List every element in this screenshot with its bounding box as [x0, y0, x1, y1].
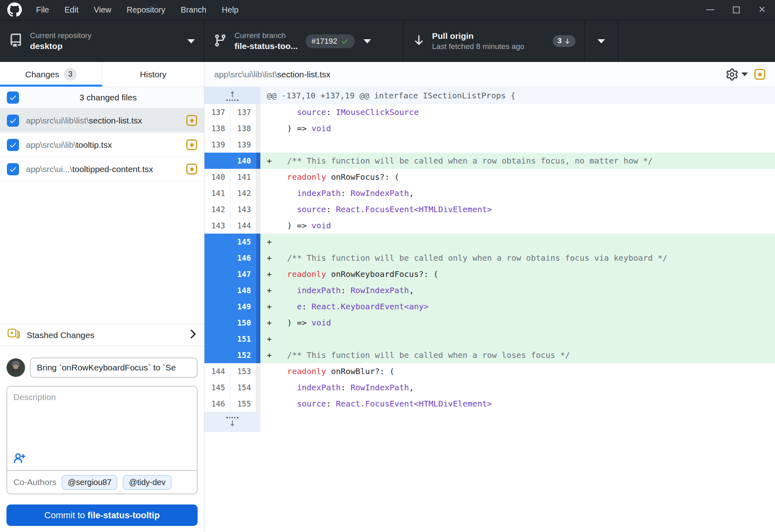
- diff-row-added[interactable]: 147+ readonly onRowKeyboardFocus?: (: [204, 266, 775, 282]
- maximize-button[interactable]: [723, 0, 749, 19]
- file-status-modified-icon: [186, 139, 197, 150]
- diff-row-context[interactable]: 144153 readonly onRowBlur?: (: [204, 363, 775, 379]
- line-number-new: 153: [230, 363, 256, 379]
- line-number-old: 141: [204, 185, 230, 201]
- diff-line-code: source: React.FocusEvent<HTMLDivElement>: [277, 399, 492, 409]
- diff-row-context[interactable]: 140141 readonly onRowFocus?: (: [204, 169, 775, 185]
- diff-row-context[interactable]: 143144 ) => void: [204, 217, 775, 234]
- diff-row-context[interactable]: 138138 ) => void: [204, 120, 775, 136]
- diff-row-added[interactable]: 152+ /** This function will be called wh…: [204, 347, 775, 363]
- file-row[interactable]: app\src\ui...\tooltipped-content.tsx: [0, 157, 204, 181]
- behind-count-badge: 3: [553, 35, 575, 47]
- line-number-new: 145: [230, 234, 256, 250]
- tab-history[interactable]: History: [102, 62, 204, 87]
- gutter-divider: [256, 250, 260, 266]
- diff-row-context[interactable]: 137137 source: IMouseClickSource: [204, 104, 775, 120]
- current-repository-label: Current repository: [30, 31, 92, 40]
- file-path: app\src\ui...\tooltipped-content.tsx: [26, 164, 179, 174]
- menu-item-view[interactable]: View: [86, 0, 119, 19]
- commit-button[interactable]: Commit to file-status-tooltip: [6, 504, 198, 526]
- diff-row-context[interactable]: 141142 indexPath: RowIndexPath,: [204, 185, 775, 201]
- coauthor-chip[interactable]: @sergiou87: [62, 475, 117, 490]
- dotted-line: [226, 100, 238, 101]
- diff-row-added[interactable]: 149+ e: React.KeyboardEvent<any>: [204, 298, 775, 315]
- diff-row-added[interactable]: 151+: [204, 331, 775, 347]
- diff-row-added[interactable]: 145+: [204, 234, 775, 250]
- file-checkbox[interactable]: [7, 139, 19, 151]
- repo-icon: [9, 34, 23, 49]
- gutter-divider: [256, 282, 260, 298]
- menu-item-help[interactable]: Help: [214, 0, 246, 19]
- toolbar: Current repository desktop Current branc…: [0, 20, 775, 62]
- file-name: section-list.tsx: [89, 116, 142, 125]
- diff-row-context[interactable]: 139139: [204, 136, 775, 153]
- line-number-new: 154: [230, 379, 256, 396]
- diff-line-marker: +: [260, 269, 277, 279]
- diff-row-added[interactable]: 150+ ) => void: [204, 315, 775, 331]
- diff-content: ↑@@ -137,10 +137,19 @@ interface ISectio…: [204, 87, 775, 532]
- current-branch-value: file-status-too...: [234, 41, 298, 51]
- diff-line-code: ) => void: [277, 221, 331, 230]
- pull-origin-title: Pull origin: [432, 31, 524, 41]
- gutter-divider: [256, 379, 260, 396]
- pull-options-dropdown[interactable]: [585, 20, 618, 62]
- gutter-divider: [256, 331, 260, 347]
- pr-number: #17192: [311, 37, 337, 46]
- diff-line-code: source: IMouseClickSource: [277, 107, 419, 117]
- file-checkbox[interactable]: [7, 163, 19, 175]
- menu-item-branch[interactable]: Branch: [173, 0, 214, 19]
- arrow-down-icon: [564, 38, 571, 45]
- diff-line-code: /** This function will be called only wh…: [277, 253, 667, 263]
- diff-row-added[interactable]: 146+ /** This function will be called on…: [204, 250, 775, 266]
- diff-line-content: [260, 136, 775, 153]
- diff-line-code: indexPath: RowIndexPath,: [277, 383, 414, 392]
- coauthor-chip[interactable]: @tidy-dev: [123, 475, 171, 490]
- diff-line-content: source: React.FocusEvent<HTMLDivElement>: [260, 396, 775, 412]
- diff-row-added[interactable]: 140+ /** This function will be called wh…: [204, 153, 775, 169]
- expand-hunk-up-button[interactable]: ↑: [204, 87, 260, 104]
- hunk-header-row: ↑@@ -137,10 +137,19 @@ interface ISectio…: [204, 87, 775, 104]
- diff-line-content: + e: React.KeyboardEvent<any>: [260, 298, 775, 315]
- diff-line-code: readonly onRowKeyboardFocus?: (: [277, 269, 438, 279]
- close-icon: ✕: [758, 5, 766, 14]
- stashed-changes-row[interactable]: Stashed Changes: [0, 324, 204, 346]
- line-number-new: 139: [230, 136, 256, 153]
- pull-origin-button[interactable]: Pull origin Last fetched 8 minutes ago 3: [404, 20, 585, 62]
- person-add-icon: [13, 452, 26, 464]
- stash-icon: [7, 328, 20, 342]
- commit-summary-input[interactable]: [30, 358, 198, 378]
- minimize-button[interactable]: [697, 0, 723, 19]
- git-branch-icon: [213, 34, 227, 49]
- line-number-old: [204, 282, 230, 298]
- commit-description-input[interactable]: [7, 387, 197, 452]
- diff-row-context[interactable]: 142143 source: React.FocusEvent<HTMLDivE…: [204, 201, 775, 217]
- current-repository-button[interactable]: Current repository desktop: [0, 20, 204, 62]
- add-coauthor-button[interactable]: [7, 452, 197, 470]
- select-all-checkbox[interactable]: [7, 92, 19, 104]
- gear-icon: [726, 68, 738, 81]
- expand-hunk-down-button[interactable]: ↓: [204, 412, 260, 432]
- tab-changes[interactable]: Changes 3: [0, 62, 102, 87]
- menu-item-edit[interactable]: Edit: [57, 0, 86, 19]
- line-number-new: 152: [230, 347, 256, 363]
- diff-row-added[interactable]: 148+ indexPath: RowIndexPath,: [204, 282, 775, 298]
- file-row[interactable]: app\src\ui\lib\tooltip.tsx: [0, 133, 204, 157]
- current-branch-button[interactable]: Current branch file-status-too... #17192: [204, 20, 404, 62]
- gutter-divider: [256, 217, 260, 234]
- menu-item-repository[interactable]: Repository: [119, 0, 173, 19]
- hunk-header-text: @@ -137,10 +137,19 @@ interface ISection…: [260, 87, 775, 104]
- file-checkbox[interactable]: [7, 115, 19, 127]
- diff-line-marker: +: [260, 334, 277, 344]
- close-button[interactable]: ✕: [749, 0, 775, 19]
- file-row[interactable]: app\src\ui\lib\list\section-list.tsx: [0, 109, 204, 133]
- tab-changes-label: Changes: [25, 70, 59, 79]
- diff-options-button[interactable]: [726, 68, 748, 81]
- file-status-modified-icon: [754, 69, 765, 80]
- menu-item-file[interactable]: File: [28, 0, 57, 19]
- diff-row-context[interactable]: 145154 indexPath: RowIndexPath,: [204, 379, 775, 396]
- select-all-row: 3 changed files: [0, 87, 204, 109]
- line-number-old: [204, 347, 230, 363]
- diff-row-context[interactable]: 146155 source: React.FocusEvent<HTMLDivE…: [204, 396, 775, 412]
- maximize-icon: [733, 6, 740, 13]
- gutter-divider: [256, 396, 260, 412]
